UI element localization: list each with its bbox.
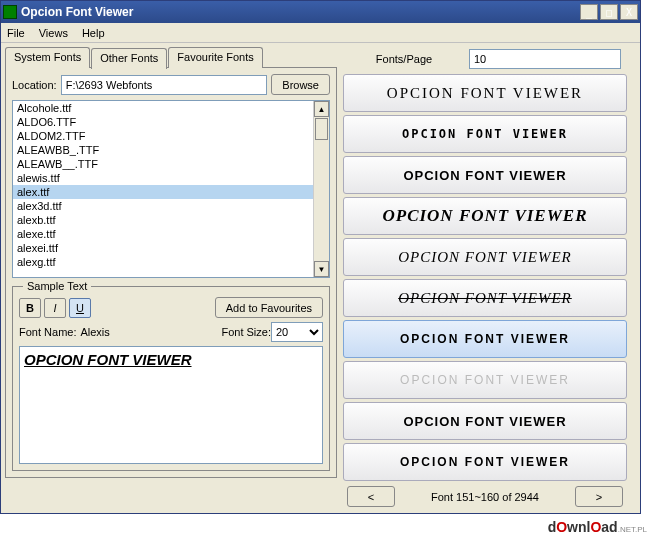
list-item[interactable]: alexg.ttf [13,255,313,269]
scrollbar[interactable]: ▲ ▼ [313,101,329,277]
prev-page-button[interactable]: < [347,486,395,507]
location-input[interactable] [61,75,268,95]
list-item[interactable]: ALDOM2.TTF [13,129,313,143]
sample-textarea[interactable]: OPCION FONT VIEWER [19,346,323,464]
scroll-up-icon[interactable]: ▲ [314,101,329,117]
scroll-thumb[interactable] [315,118,328,140]
font-preview[interactable]: OPCION FONT VIEWER [343,279,627,317]
left-panel: Location: Browse Alcohole.ttfALDO6.TTFAL… [5,67,337,478]
fontsize-label: Font Size: [221,326,271,338]
font-preview[interactable]: OPCION FONT VIEWER [343,156,627,194]
titlebar: Opcion Font Viewer _ □ X [1,1,640,23]
app-icon [3,5,17,19]
tab-other-fonts[interactable]: Other Fonts [91,48,167,69]
list-item[interactable]: Alcohole.ttf [13,101,313,115]
list-item[interactable]: alex3d.ttf [13,199,313,213]
app-window: Opcion Font Viewer _ □ X File Views Help… [0,0,641,514]
menu-file[interactable]: File [7,27,25,39]
font-preview[interactable]: OPCION FONT VIEWER [343,197,627,235]
menu-views[interactable]: Views [39,27,68,39]
font-preview[interactable]: OPCION FONT VIEWER [343,238,627,276]
sample-legend: Sample Text [23,280,91,292]
font-preview[interactable]: OPCION FONT VIEWER [343,115,627,153]
tab-favourite-fonts[interactable]: Favourite Fonts [168,47,262,68]
pager-info: Font 151~160 of 2944 [401,491,569,503]
fonts-per-page-input[interactable] [469,49,621,69]
fontname-value: Alexis [80,326,109,338]
bold-button[interactable]: B [19,298,41,318]
menu-help[interactable]: Help [82,27,105,39]
add-to-favourites-button[interactable]: Add to Favourites [215,297,323,318]
list-item[interactable]: alewis.ttf [13,171,313,185]
close-button[interactable]: X [620,4,638,20]
font-preview[interactable]: OPCION FONT VIEWER [343,361,627,399]
list-item[interactable]: ALEAWBB_.TTF [13,143,313,157]
sample-text: OPCION FONT VIEWER [24,351,192,368]
menubar: File Views Help [1,23,640,43]
list-item[interactable]: ALDO6.TTF [13,115,313,129]
maximize-button[interactable]: □ [600,4,618,20]
browse-button[interactable]: Browse [271,74,330,95]
font-preview[interactable]: OPCION FONT VIEWER [343,320,627,358]
watermark: dOwnlOad.NET.PL [548,519,647,535]
underline-button[interactable]: U [69,298,91,318]
sample-text-fieldset: Sample Text B I U Add to Favourites Font… [12,286,330,471]
font-preview[interactable]: OPCION FONT VIEWER [343,443,627,481]
fontsize-select[interactable]: 20 [271,322,323,342]
fonts-per-page-label: Fonts/Page [349,53,459,65]
list-item[interactable]: alexb.ttf [13,213,313,227]
list-item[interactable]: alex.ttf [13,185,313,199]
minimize-button[interactable]: _ [580,4,598,20]
font-preview[interactable]: OPCION FONT VIEWER [343,402,627,440]
tab-system-fonts[interactable]: System Fonts [5,47,90,68]
location-label: Location: [12,79,57,91]
window-title: Opcion Font Viewer [21,5,580,19]
next-page-button[interactable]: > [575,486,623,507]
list-item[interactable]: alexe.ttf [13,227,313,241]
list-item[interactable]: alexei.ttf [13,241,313,255]
tab-bar: System Fonts Other Fonts Favourite Fonts [5,47,337,68]
font-preview[interactable]: OPCION FONT VIEWER [343,74,627,112]
scroll-down-icon[interactable]: ▼ [314,261,329,277]
font-listbox[interactable]: Alcohole.ttfALDO6.TTFALDOM2.TTFALEAWBB_.… [12,100,330,278]
list-item[interactable]: ALEAWB__.TTF [13,157,313,171]
italic-button[interactable]: I [44,298,66,318]
fontname-label: Font Name: [19,326,76,338]
